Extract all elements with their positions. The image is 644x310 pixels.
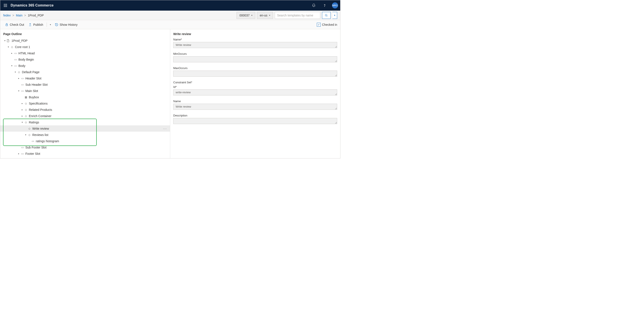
slot-icon: ▭ (20, 83, 24, 86)
tree-node-label: Sub Footer Slot (25, 146, 46, 149)
checked-in-label: Checked in (322, 23, 337, 26)
slot-icon: ▭ (20, 152, 24, 155)
tree-node-sub-header-slot[interactable]: ▭ Sub Header Slot (0, 81, 170, 88)
chevron-down-icon: ▾ (17, 90, 20, 92)
tree-node-header-slot[interactable]: ▸ ▭ Header Slot (0, 75, 170, 81)
check-out-button[interactable]: Check Out (3, 22, 26, 27)
svg-rect-7 (5, 6, 6, 7)
tree-node-label: Sub Header Slot (25, 83, 48, 86)
search-button[interactable] (322, 12, 331, 19)
chevron-down-icon: ▾ (10, 64, 13, 67)
locale-selector-value: en-us (260, 14, 267, 17)
tree-node-label: Header Slot (25, 77, 42, 80)
tree-node-root[interactable]: ▾ 1Prod_PDP (0, 37, 170, 44)
description-input[interactable] (173, 118, 337, 124)
tree-node-label: Specifications (29, 102, 48, 105)
tree-node-label: Write review (32, 127, 49, 130)
show-history-label: Show History (60, 23, 78, 26)
top-bar: Dynamics 365 Commerce MRG (0, 0, 340, 10)
breadcrumb-root[interactable]: fedev (3, 14, 10, 17)
publish-label: Publish (33, 23, 43, 26)
show-history-button[interactable]: Show History (53, 22, 79, 27)
tree-node-default-page[interactable]: ▾ ◇ Default Page (0, 69, 170, 75)
outline-tree: ▾ 1Prod_PDP ▾ ◇ Core root 1 ▸ ▭ HTML Hea… (0, 37, 170, 158)
tree-node-label: ratings histogram (36, 140, 59, 143)
breadcrumb-current: 1Prod_PDP (28, 14, 44, 17)
properties-panel: Write review Name* MinOccurs MaxOccurs C… (170, 29, 340, 158)
description-label: Description (173, 114, 337, 117)
chevron-right-icon: ▸ (20, 115, 24, 117)
id-input[interactable] (173, 89, 337, 95)
locale-selector[interactable]: en-us ▾ (257, 12, 273, 19)
slot-icon: ▭ (14, 58, 17, 61)
tree-node-specifications[interactable]: ▸ ◇ Specifications (0, 100, 170, 107)
tree-node-buybox[interactable]: ▦ Buybox (0, 94, 170, 100)
page-icon (7, 39, 10, 42)
check-out-label: Check Out (10, 23, 24, 26)
svg-rect-12 (6, 24, 8, 26)
tree-node-ratings-histogram[interactable]: ▭ ratings histogram (0, 138, 170, 144)
waffle-icon[interactable] (2, 2, 8, 8)
chevron-down-icon: ▾ (269, 14, 270, 16)
tree-node-core-root[interactable]: ▾ ◇ Core root 1 (0, 44, 170, 50)
chevron-right-icon: ▸ (17, 153, 20, 155)
page-outline-title: Page Outline (0, 29, 170, 37)
chevron-right-icon: ▸ (20, 109, 24, 111)
module-icon: ◇ (17, 71, 20, 74)
tree-node-sub-footer-slot[interactable]: ▭ Sub Footer Slot (0, 144, 170, 151)
name-input[interactable] (173, 42, 337, 48)
tree-node-reviews-list[interactable]: ▾ ◇ Reviews list (0, 132, 170, 138)
breadcrumb-mid[interactable]: Main (16, 14, 22, 17)
help-icon[interactable] (321, 2, 328, 9)
slot-icon: ▭ (14, 52, 17, 55)
breadcrumb-sep: > (12, 14, 14, 17)
checked-in-checkbox[interactable]: ✓ (317, 23, 321, 27)
module-icon: ◇ (28, 133, 31, 136)
tree-node-footer-slot[interactable]: ▸ ▭ Footer Slot (0, 151, 170, 157)
tree-node-html-head[interactable]: ▸ ▭ HTML Head (0, 50, 170, 56)
toolbar-overflow-chevron[interactable]: ▾ (48, 22, 52, 27)
site-selector-value: 000037 (240, 14, 250, 17)
breadcrumb-row: fedev > Main > 1Prod_PDP 000037 ▾ en-us … (0, 10, 340, 20)
min-occurs-label: MinOccurs (173, 52, 337, 55)
chevron-down-icon: ▾ (251, 14, 252, 16)
tree-node-body-begin[interactable]: ▭ Body Begin (0, 56, 170, 63)
max-occurs-input[interactable] (173, 71, 337, 77)
properties-title: Write review (173, 32, 337, 36)
tree-node-body-end[interactable]: ▭ Body End (0, 157, 170, 158)
tree-node-main-slot[interactable]: ▾ ▭ Main Slot (0, 88, 170, 94)
svg-rect-8 (6, 6, 7, 7)
module-icon: ◇ (24, 108, 28, 111)
name2-input[interactable] (173, 104, 337, 110)
tree-node-body[interactable]: ▾ ▭ Body (0, 63, 170, 69)
chevron-down-icon: ▾ (24, 134, 27, 136)
name-label: Name* (173, 38, 337, 41)
tree-node-related-products[interactable]: ▸ ◇ Related Products (0, 107, 170, 113)
tree-node-write-review[interactable]: ◇ Write review ··· (0, 125, 170, 132)
search-split-button[interactable]: ▼ (332, 12, 337, 19)
avatar[interactable]: MRG (332, 2, 338, 8)
svg-rect-5 (6, 5, 7, 6)
search-input[interactable] (275, 12, 320, 19)
tree-node-enrich-container[interactable]: ▸ ◇ Enrich Container (0, 113, 170, 119)
more-icon[interactable]: ··· (163, 127, 167, 130)
site-selector[interactable]: 000037 ▾ (236, 12, 255, 19)
svg-rect-1 (5, 4, 6, 4)
module-icon: ◇ (28, 127, 31, 130)
tree-node-label: Body End (18, 158, 32, 158)
constraint-set-label: Constraint Set* (173, 81, 337, 84)
tree-node-label: 1Prod_PDP (12, 39, 28, 42)
slot-icon: ▭ (14, 64, 17, 67)
publish-button[interactable]: Publish (27, 22, 45, 27)
tree-node-label: Main Slot (25, 89, 38, 93)
min-occurs-input[interactable] (173, 56, 337, 62)
chevron-down-icon: ▾ (20, 121, 24, 123)
product-title: Dynamics 365 Commerce (10, 3, 54, 7)
svg-rect-2 (6, 4, 7, 4)
tree-node-ratings[interactable]: ▾ ◇ Ratings (0, 119, 170, 125)
chevron-right-icon: ▸ (17, 77, 20, 79)
tree-node-label: Buybox (29, 95, 39, 99)
notifications-icon[interactable] (310, 2, 317, 9)
name2-label: Name (173, 100, 337, 103)
breadcrumb-sep: > (24, 14, 26, 17)
